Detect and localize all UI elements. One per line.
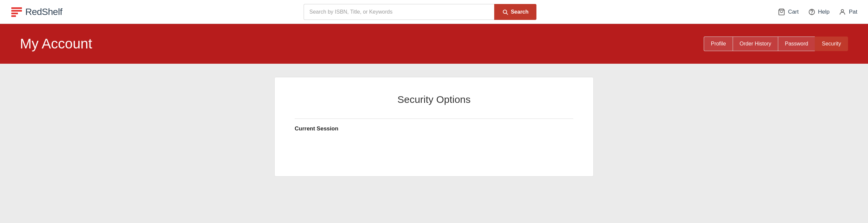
- tab-password-label: Password: [785, 41, 808, 47]
- account-tabs: Profile Order History Password Security: [704, 37, 848, 51]
- tab-password[interactable]: Password: [778, 37, 815, 51]
- user-icon: [839, 8, 846, 15]
- current-session-label: Current Session: [294, 118, 574, 132]
- search-button[interactable]: Search: [494, 4, 536, 20]
- svg-rect-1: [11, 10, 22, 12]
- navbar-right: Cart Help Pat: [778, 8, 857, 15]
- svg-line-5: [506, 13, 507, 14]
- help-link[interactable]: Help: [808, 8, 830, 15]
- navbar: RedShelf Search Cart: [0, 0, 868, 24]
- help-label: Help: [818, 9, 830, 15]
- cart-icon: [778, 8, 785, 15]
- tab-profile[interactable]: Profile: [704, 37, 732, 51]
- svg-point-8: [811, 13, 812, 14]
- tab-order-history[interactable]: Order History: [733, 37, 778, 51]
- tab-security-label: Security: [822, 41, 841, 47]
- svg-rect-3: [11, 15, 16, 17]
- logo-text: RedShelf: [25, 7, 62, 17]
- page-title: My Account: [20, 36, 92, 52]
- user-label: Pat: [849, 9, 857, 15]
- tab-profile-label: Profile: [711, 41, 726, 47]
- content-card: Security Options Current Session: [274, 77, 594, 177]
- cart-link[interactable]: Cart: [778, 8, 799, 15]
- logo[interactable]: RedShelf: [11, 6, 62, 18]
- user-link[interactable]: Pat: [839, 8, 857, 15]
- tab-order-history-label: Order History: [740, 41, 771, 47]
- main-content: Security Options Current Session: [0, 64, 868, 223]
- cart-label: Cart: [788, 9, 799, 15]
- search-icon: [502, 9, 508, 15]
- search-form: Search: [304, 4, 536, 20]
- help-icon: [808, 8, 815, 15]
- redshelf-logo-icon: [11, 6, 23, 18]
- account-banner: My Account Profile Order History Passwor…: [0, 24, 868, 64]
- svg-rect-0: [11, 7, 22, 9]
- svg-rect-2: [11, 12, 18, 14]
- search-button-label: Search: [511, 9, 528, 15]
- tab-security[interactable]: Security: [815, 37, 848, 51]
- search-input[interactable]: [304, 4, 494, 20]
- svg-point-9: [841, 9, 844, 12]
- navbar-left: RedShelf: [11, 6, 62, 18]
- card-title: Security Options: [294, 94, 574, 105]
- navbar-center: Search: [304, 4, 536, 20]
